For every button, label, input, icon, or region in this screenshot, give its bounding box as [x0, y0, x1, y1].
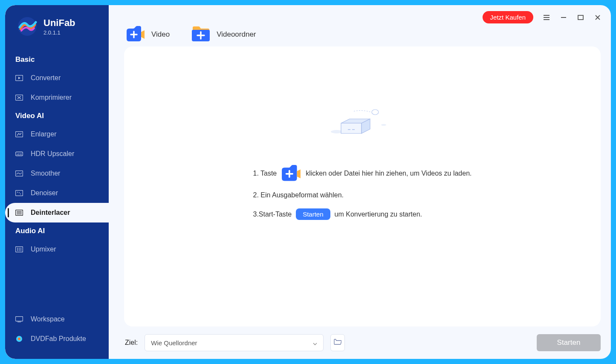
step-2-text: 2. Ein Ausgabeformat wählen. — [253, 191, 344, 199]
sidebar-item-label: Deinterlacer — [31, 209, 70, 217]
sidebar-item-deinterlacer[interactable]: Deinterlacer — [5, 203, 109, 222]
step-2: 2. Ein Ausgabeformat wählen. — [253, 191, 471, 199]
sidebar-item-denoiser[interactable]: Denoiser — [5, 183, 109, 203]
destination-select[interactable]: Wie Quellordner — [145, 334, 324, 351]
sidebar-item-label: Upmixer — [31, 246, 56, 253]
denoise-icon — [15, 190, 23, 196]
sidebar-item-komprimierer[interactable]: Komprimierer — [5, 88, 109, 107]
top-actions: Video Videoordner — [109, 23, 611, 46]
svg-point-34 — [372, 110, 379, 115]
step-3-text-a: 3.Start-Taste — [253, 211, 292, 218]
svg-point-36 — [381, 124, 386, 126]
sidebar-item-label: Smoother — [31, 170, 60, 177]
monitor-icon — [15, 316, 23, 322]
svg-text:HDR: HDR — [17, 153, 23, 156]
sidebar-item-label: Enlarger — [31, 130, 56, 138]
app-version: 2.0.1.1 — [43, 29, 75, 36]
hdr-icon: HDR — [15, 151, 23, 157]
deinterlace-icon — [15, 210, 23, 216]
drop-zone[interactable]: 1. Taste klicken oder Datei hier hin zie… — [124, 46, 601, 326]
step-3: 3.Start-Taste Starten um Konvertierung z… — [253, 208, 471, 220]
sidebar-item-label: Workspace — [31, 315, 65, 323]
maximize-icon[interactable] — [577, 14, 584, 21]
svg-point-22 — [18, 338, 20, 340]
sidebar: UniFab 2.0.1.1 Basic Converter Komprimie… — [5, 5, 109, 359]
app-name: UniFab — [43, 17, 75, 29]
sidebar-section-videoai: Video AI — [5, 107, 109, 124]
sidebar-section-audioai: Audio AI — [5, 222, 109, 240]
destination-label: Ziel: — [125, 339, 138, 347]
upmix-icon — [15, 246, 23, 252]
sidebar-item-label: DVDFab Produkte — [31, 335, 86, 343]
sidebar-item-converter[interactable]: Converter — [5, 68, 109, 88]
add-video-icon — [126, 26, 145, 43]
svg-rect-3 — [16, 132, 23, 137]
close-icon[interactable] — [594, 14, 602, 21]
folder-open-icon — [334, 339, 341, 347]
svg-point-8 — [17, 192, 18, 193]
svg-rect-27 — [578, 15, 583, 20]
compress-icon — [15, 95, 23, 101]
destination-value: Wie Quellordner — [151, 339, 197, 347]
add-folder-icon — [191, 26, 211, 43]
hamburger-menu-icon[interactable] — [543, 14, 550, 21]
add-video-label: Video — [151, 30, 170, 39]
sidebar-item-smoother[interactable]: Smoother — [5, 164, 109, 183]
sidebar-item-hdr-upscaler[interactable]: HDR HDR Upscaler — [5, 144, 109, 164]
step-1-text-b: klicken oder Datei hier hin ziehen, um V… — [306, 170, 471, 177]
start-button[interactable]: Starten — [537, 334, 601, 351]
logo: UniFab 2.0.1.1 — [5, 16, 109, 37]
add-video-folder-button[interactable]: Videoordner — [191, 26, 256, 43]
smooth-icon — [15, 170, 23, 176]
svg-rect-19 — [16, 317, 23, 321]
empty-state: 1. Taste klicken oder Datei hier hin zie… — [253, 106, 471, 220]
svg-point-9 — [20, 194, 21, 194]
enlarge-icon — [15, 131, 23, 137]
main-area: Jetzt Kaufen Video Videoordner — [109, 5, 611, 359]
add-folder-label: Videoordner — [217, 30, 256, 39]
step-3-text-b: um Konvertierung zu starten. — [335, 211, 422, 218]
empty-box-illustration-icon — [328, 106, 396, 144]
titlebar: Jetzt Kaufen — [109, 5, 611, 23]
sidebar-item-label: Komprimierer — [31, 94, 72, 101]
step-1-text-a: 1. Taste — [253, 170, 277, 177]
sidebar-item-workspace[interactable]: Workspace — [5, 309, 109, 329]
sidebar-item-dvdfab-produkte[interactable]: DVDFab Produkte — [5, 329, 109, 349]
play-square-icon — [15, 75, 23, 81]
sidebar-section-basic: Basic — [5, 51, 109, 68]
add-video-button[interactable]: Video — [126, 26, 170, 43]
sidebar-item-label: HDR Upscaler — [31, 150, 74, 158]
buy-now-button[interactable]: Jetzt Kaufen — [483, 11, 533, 23]
sidebar-item-label: Denoiser — [31, 189, 58, 197]
sidebar-item-upmixer[interactable]: Upmixer — [5, 240, 109, 259]
minimize-icon[interactable] — [560, 14, 567, 21]
chevron-down-icon — [313, 339, 317, 347]
sidebar-item-enlarger[interactable]: Enlarger — [5, 124, 109, 144]
svg-point-10 — [19, 192, 20, 193]
app-window: UniFab 2.0.1.1 Basic Converter Komprimie… — [5, 5, 611, 359]
dvdfab-icon — [15, 336, 23, 342]
add-video-inline-icon — [281, 165, 301, 182]
sidebar-item-label: Converter — [31, 74, 61, 82]
app-logo-icon — [17, 16, 38, 37]
start-pill: Starten — [296, 208, 330, 220]
footer: Ziel: Wie Quellordner Starten — [109, 326, 611, 359]
step-1: 1. Taste klicken oder Datei hier hin zie… — [253, 165, 471, 182]
browse-folder-button[interactable] — [330, 334, 345, 351]
